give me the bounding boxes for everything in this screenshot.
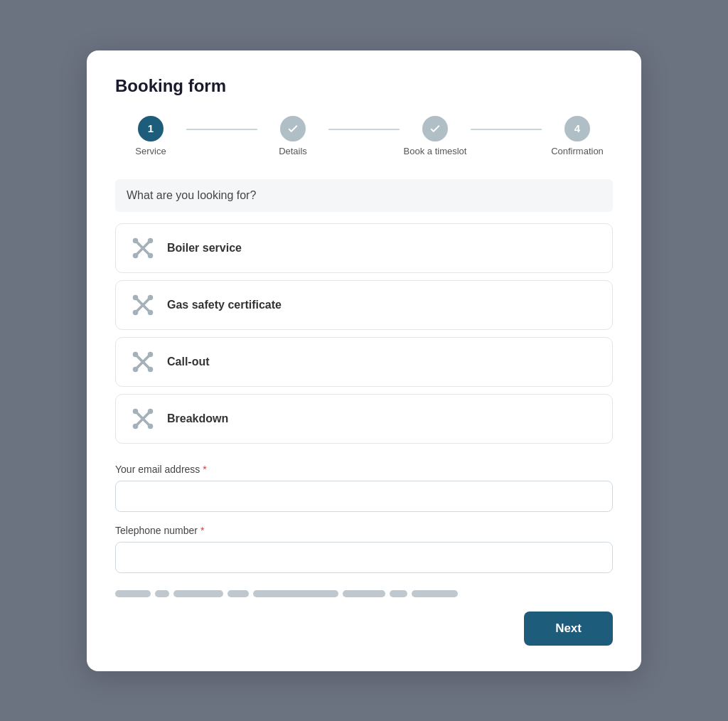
- email-label: Your email address *: [115, 464, 613, 475]
- step-label-confirmation: Confirmation: [551, 146, 604, 156]
- svg-point-3: [148, 252, 154, 258]
- step-line-3: [471, 129, 542, 130]
- booking-form-card: Booking form 1 Service Details: [87, 50, 641, 671]
- form-title: Booking form: [115, 76, 613, 96]
- svg-point-8: [133, 309, 139, 315]
- step-line-2: [328, 129, 400, 130]
- svg-point-9: [148, 309, 154, 315]
- dashes-decoration: [115, 590, 613, 597]
- step-confirmation: 4 Confirmation: [542, 116, 613, 156]
- service-item-breakdown[interactable]: Breakdown: [115, 394, 613, 444]
- step-label-service: Service: [135, 146, 166, 156]
- email-field-group: Your email address *: [115, 464, 613, 512]
- wrench-cross-icon-gas: [130, 292, 156, 318]
- dash-5: [253, 590, 338, 597]
- service-label-callout: Call-out: [167, 356, 210, 368]
- svg-point-14: [133, 366, 139, 372]
- svg-point-20: [133, 423, 139, 429]
- service-item-gas[interactable]: Gas safety certificate: [115, 280, 613, 330]
- service-list: Boiler service Gas safety certificate: [115, 223, 613, 444]
- phone-label: Telephone number *: [115, 525, 613, 536]
- svg-point-23: [148, 408, 154, 414]
- wrench-cross-icon-callout: [130, 349, 156, 375]
- step-service: 1 Service: [115, 116, 186, 156]
- step-label-timeslot: Book a timeslot: [404, 146, 467, 156]
- section-question: What are you looking for?: [115, 179, 613, 212]
- phone-field-group: Telephone number *: [115, 525, 613, 573]
- step-circle-timeslot: [422, 116, 448, 141]
- next-button[interactable]: Next: [524, 611, 613, 646]
- dash-3: [173, 590, 223, 597]
- svg-point-22: [133, 408, 139, 414]
- service-item-boiler[interactable]: Boiler service: [115, 223, 613, 273]
- wrench-cross-icon-boiler: [130, 235, 156, 261]
- dash-8: [412, 590, 458, 597]
- form-footer: Next: [115, 611, 613, 646]
- service-label-gas: Gas safety certificate: [167, 299, 282, 311]
- service-item-callout[interactable]: Call-out: [115, 337, 613, 387]
- step-label-details: Details: [279, 146, 307, 156]
- dash-7: [390, 590, 407, 597]
- step-circle-confirmation: 4: [564, 116, 590, 141]
- step-circle-details: [280, 116, 306, 141]
- step-timeslot: Book a timeslot: [400, 116, 471, 156]
- step-details: Details: [257, 116, 328, 156]
- email-input[interactable]: [115, 481, 613, 512]
- checkmark-icon-details: [287, 122, 299, 135]
- dash-2: [155, 590, 169, 597]
- dash-1: [115, 590, 151, 597]
- svg-point-11: [148, 294, 154, 300]
- checkmark-icon-timeslot: [429, 122, 441, 135]
- dash-4: [228, 590, 249, 597]
- svg-point-15: [148, 366, 154, 372]
- service-label-boiler: Boiler service: [167, 242, 242, 255]
- dash-6: [343, 590, 385, 597]
- svg-point-16: [133, 351, 139, 357]
- step-line-1: [186, 129, 257, 130]
- svg-point-5: [148, 237, 154, 243]
- service-label-breakdown: Breakdown: [167, 412, 228, 425]
- email-required-star: *: [203, 464, 206, 475]
- wrench-cross-icon-breakdown: [130, 406, 156, 432]
- phone-required-star: *: [200, 525, 204, 536]
- step-circle-service: 1: [138, 116, 164, 141]
- svg-point-21: [148, 423, 154, 429]
- svg-point-10: [133, 294, 139, 300]
- svg-point-2: [133, 252, 139, 258]
- svg-point-4: [133, 237, 139, 243]
- stepper: 1 Service Details Book a timeslot: [115, 116, 613, 156]
- phone-input[interactable]: [115, 542, 613, 573]
- svg-point-17: [148, 351, 154, 357]
